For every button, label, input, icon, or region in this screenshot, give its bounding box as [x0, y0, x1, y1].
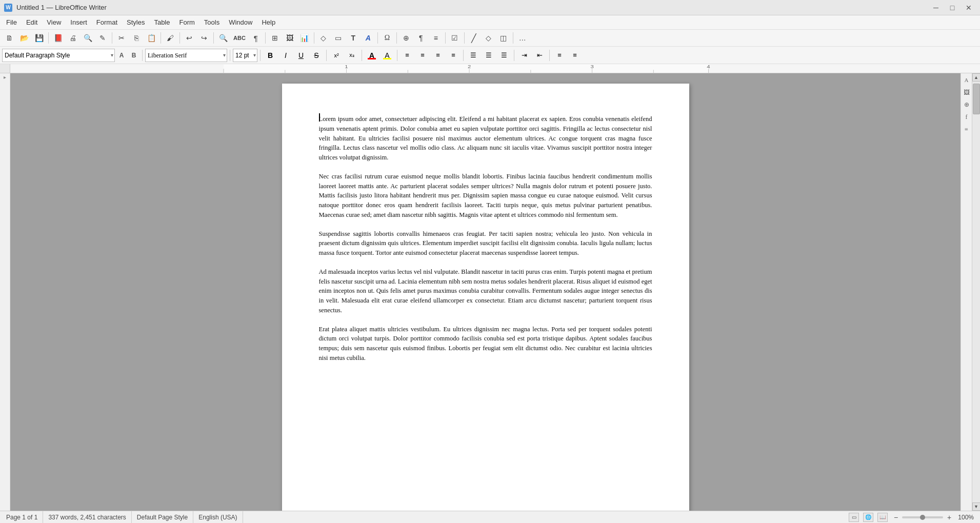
cut-button[interactable]: ✂: [114, 31, 129, 45]
highlight-button[interactable]: A: [380, 49, 394, 62]
redo-button[interactable]: ↪: [197, 31, 211, 45]
paint-format-button[interactable]: 🖌: [163, 31, 177, 45]
left-panel: ▸: [0, 73, 10, 511]
print-button[interactable]: 🖨: [66, 31, 80, 45]
copy-button[interactable]: ⎘: [129, 31, 144, 45]
main-toolbar: 🗎 📂 💾 📕 🖨 🔍 ✎ ✂ ⎘ 📋 🖌 ↩ ↪ 🔍 ABC ¶ ⊞ 🖼 📊 …: [0, 30, 980, 46]
maximize-button[interactable]: □: [945, 3, 959, 13]
show-formatting-button[interactable]: ¶: [249, 31, 263, 45]
bullets-button[interactable]: ☰: [466, 49, 481, 62]
scroll-up-button[interactable]: ▲: [972, 73, 981, 82]
zoom-slider[interactable]: [902, 516, 943, 518]
save-button[interactable]: 💾: [32, 31, 46, 45]
font-select[interactable]: Liberation Serif: [145, 49, 227, 62]
close-button[interactable]: ✕: [962, 3, 976, 13]
toolbar-area: 🗎 📂 💾 📕 🖨 🔍 ✎ ✂ ⎘ 📋 🖌 ↩ ↪ 🔍 ABC ¶ ⊞ 🖼 📊 …: [0, 30, 980, 64]
outline-button[interactable]: ☰: [497, 49, 511, 62]
scroll-thumb[interactable]: [973, 84, 980, 114]
font-size-select[interactable]: 12 pt: [233, 49, 257, 62]
indent-less-button[interactable]: ⇤: [532, 49, 547, 62]
sep8: [377, 32, 378, 44]
special-char-button[interactable]: Ω: [380, 31, 394, 45]
field-button[interactable]: ≡: [429, 31, 443, 45]
insert-shapes-button[interactable]: ◇: [316, 31, 331, 45]
italic-button[interactable]: I: [278, 49, 293, 62]
paragraph-style-select[interactable]: Default Paragraph Style: [2, 49, 115, 62]
toggle-edit-button[interactable]: ✎: [95, 31, 110, 45]
menu-help[interactable]: Help: [257, 17, 279, 28]
insert-table-button[interactable]: ⊞: [268, 31, 282, 45]
insert-textbox-button[interactable]: T: [346, 31, 361, 45]
sidebar-func-icon[interactable]: f: [962, 112, 971, 122]
menu-tools[interactable]: Tools: [200, 17, 224, 28]
new-style-button[interactable]: A: [116, 49, 127, 62]
bold-button[interactable]: B: [263, 49, 277, 62]
menu-format[interactable]: Format: [92, 17, 122, 28]
insert-chart-button[interactable]: 📊: [297, 31, 312, 45]
fontwork-button[interactable]: A: [361, 31, 375, 45]
align-left-button[interactable]: ≡: [400, 49, 414, 62]
sidebar-styles-icon[interactable]: A: [962, 75, 971, 85]
fsep7: [463, 50, 464, 61]
form-controls-button[interactable]: ☑: [448, 31, 462, 45]
navigator-button[interactable]: ⊕: [399, 31, 413, 45]
fsep5: [362, 50, 362, 61]
sep11: [464, 32, 465, 44]
spelling-button[interactable]: ABC: [231, 31, 248, 45]
sep12: [513, 32, 513, 44]
superscript-button[interactable]: x²: [329, 49, 344, 62]
scroll-track[interactable]: [972, 82, 981, 502]
insert-image-button[interactable]: 🖼: [283, 31, 297, 45]
highlight-color-indicator: [383, 58, 391, 59]
scrollbar[interactable]: ▲ ▼: [972, 73, 980, 511]
web-view-button[interactable]: 🌐: [863, 513, 873, 522]
sep5: [213, 32, 214, 44]
menu-insert[interactable]: Insert: [66, 17, 91, 28]
undo-button[interactable]: ↩: [182, 31, 196, 45]
insert-frame-button[interactable]: ▭: [331, 31, 346, 45]
underline-button[interactable]: U: [294, 49, 308, 62]
update-style-button[interactable]: B: [128, 49, 139, 62]
numbering-button[interactable]: ☰: [482, 49, 496, 62]
print-preview-button[interactable]: 🔍: [81, 31, 95, 45]
subscript-button[interactable]: x₂: [345, 49, 359, 62]
sidebar-props-icon[interactable]: ≡: [962, 125, 971, 134]
menu-table[interactable]: Table: [150, 17, 174, 28]
new-button[interactable]: 🗎: [2, 31, 16, 45]
paste-button[interactable]: 📋: [144, 31, 158, 45]
line-spacing-button[interactable]: ≡: [552, 49, 567, 62]
para-spacing-button[interactable]: ≡: [568, 49, 582, 62]
menu-styles[interactable]: Styles: [123, 17, 149, 28]
align-justify-button[interactable]: ≡: [446, 49, 461, 62]
scroll-down-button[interactable]: ▼: [972, 502, 981, 511]
menu-window[interactable]: Window: [225, 17, 256, 28]
menu-view[interactable]: View: [43, 17, 65, 28]
callout-button[interactable]: ◫: [496, 31, 511, 45]
horizontal-ruler: 1 2 3 4: [10, 64, 980, 73]
document-area[interactable]: Lorem ipsum odor amet, consectetuer adip…: [10, 73, 961, 511]
menu-file[interactable]: File: [2, 17, 21, 28]
sidebar-navigator-icon[interactable]: ⊕: [962, 100, 971, 109]
book-view-button[interactable]: 📖: [877, 513, 888, 522]
find-replace-button[interactable]: 🔍: [216, 31, 230, 45]
zoom-in-button[interactable]: +: [945, 513, 953, 521]
align-right-button[interactable]: ≡: [431, 49, 445, 62]
font-color-button[interactable]: A: [365, 49, 379, 62]
zoom-out-button[interactable]: −: [892, 513, 900, 521]
zoom-control: − + 100%: [892, 513, 974, 521]
more-controls-button[interactable]: …: [515, 31, 530, 45]
strikethrough-button[interactable]: S: [309, 49, 324, 62]
menu-form[interactable]: Form: [175, 17, 198, 28]
minimize-button[interactable]: ─: [929, 3, 943, 13]
menu-edit[interactable]: Edit: [22, 17, 42, 28]
svg-text:4: 4: [707, 65, 710, 69]
open-button[interactable]: 📂: [17, 31, 31, 45]
normal-view-button[interactable]: ▭: [849, 513, 859, 522]
styles-button[interactable]: ¶: [414, 31, 428, 45]
export-pdf-button[interactable]: 📕: [51, 31, 65, 45]
line-button[interactable]: ╱: [467, 31, 481, 45]
sidebar-gallery-icon[interactable]: 🖼: [962, 88, 971, 97]
basic-shapes-button[interactable]: ◇: [482, 31, 496, 45]
align-center-button[interactable]: ≡: [415, 49, 430, 62]
indent-more-button[interactable]: ⇥: [517, 49, 531, 62]
